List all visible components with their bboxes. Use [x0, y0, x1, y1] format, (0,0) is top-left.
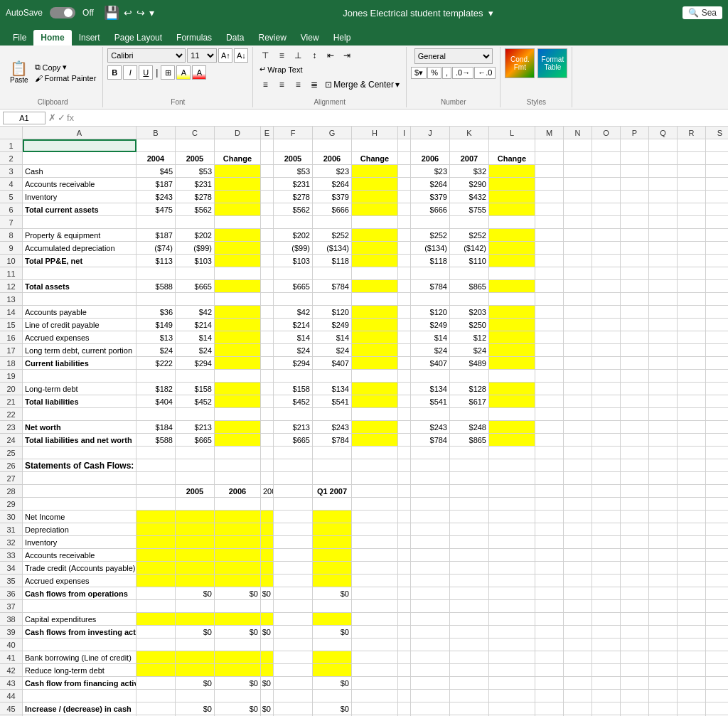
cell-E2[interactable] [261, 152, 274, 165]
cell-K25[interactable] [450, 447, 489, 459]
cell-O20[interactable] [592, 383, 621, 395]
cell-G13[interactable] [313, 293, 352, 306]
cell-G22[interactable] [313, 408, 352, 421]
cell-I25[interactable] [398, 447, 411, 459]
cell-M43[interactable] [535, 677, 564, 690]
cell-S25[interactable] [706, 447, 728, 459]
sheet-area[interactable]: ABCDEFGHIJKLMNOPQRST1220042005Change2005… [0, 127, 728, 716]
cell-J4[interactable]: $264 [411, 178, 450, 191]
cell-N32[interactable] [564, 536, 592, 549]
cell-N6[interactable] [564, 203, 592, 216]
cell-S42[interactable] [706, 664, 728, 677]
cell-S45[interactable] [706, 702, 728, 715]
cell-O31[interactable] [592, 523, 621, 536]
cell-O30[interactable] [592, 511, 621, 523]
cell-H25[interactable] [352, 447, 398, 459]
cell-N37[interactable] [564, 600, 592, 613]
cell-C44[interactable] [176, 690, 215, 702]
cell-M26[interactable] [535, 459, 564, 472]
cell-I11[interactable] [398, 267, 411, 280]
cell-C16[interactable]: $14 [176, 331, 215, 344]
cell-G19[interactable] [313, 370, 352, 383]
text-direction-button[interactable]: ↕ [306, 48, 322, 63]
cell-K20[interactable]: $128 [450, 383, 489, 395]
align-middle-button[interactable]: ≡ [274, 48, 289, 63]
cell-F14[interactable]: $42 [274, 306, 313, 319]
cell-N36[interactable] [564, 587, 592, 600]
cell-H18[interactable] [352, 357, 398, 370]
cell-P16[interactable] [621, 331, 649, 344]
cell-A25[interactable] [23, 447, 136, 459]
cell-F21[interactable]: $452 [274, 395, 313, 408]
percent-button[interactable]: % [427, 67, 441, 79]
cell-C30[interactable] [176, 511, 215, 523]
cell-F38[interactable] [274, 613, 313, 626]
cell-A6[interactable]: Total current assets [23, 203, 136, 216]
cell-S28[interactable] [706, 485, 728, 498]
cell-L45[interactable] [489, 702, 535, 715]
cell-I36[interactable] [398, 587, 411, 600]
cell-H32[interactable] [352, 536, 398, 549]
cell-N3[interactable] [564, 165, 592, 178]
cell-H22[interactable] [352, 408, 398, 421]
cell-O22[interactable] [592, 408, 621, 421]
cell-C42[interactable] [176, 664, 215, 677]
cell-K30[interactable] [450, 511, 489, 523]
cell-D24[interactable] [215, 434, 261, 447]
cell-J44[interactable] [411, 690, 450, 702]
border-button[interactable]: ⊞ [161, 65, 175, 80]
cell-I34[interactable] [398, 562, 411, 575]
cell-J38[interactable] [411, 613, 450, 626]
cell-K26[interactable] [450, 459, 489, 472]
cell-L30[interactable] [489, 511, 535, 523]
cell-H14[interactable] [352, 306, 398, 319]
cell-M36[interactable] [535, 587, 564, 600]
cell-Q16[interactable] [649, 331, 678, 344]
cell-H43[interactable] [352, 677, 398, 690]
cell-C3[interactable]: $53 [176, 165, 215, 178]
cell-L18[interactable] [489, 357, 535, 370]
cell-H17[interactable] [352, 344, 398, 357]
cell-N22[interactable] [564, 408, 592, 421]
cell-G8[interactable]: $252 [313, 229, 352, 242]
cell-B4[interactable]: $187 [136, 178, 176, 191]
cell-D27[interactable] [215, 472, 261, 485]
col-header-M[interactable]: M [535, 127, 564, 139]
cell-Q40[interactable] [649, 638, 678, 651]
cell-L7[interactable] [489, 216, 535, 229]
cell-B15[interactable]: $149 [136, 319, 176, 331]
cell-Q5[interactable] [649, 191, 678, 203]
cell-Q23[interactable] [649, 421, 678, 434]
cell-A23[interactable]: Net worth [23, 421, 136, 434]
cell-M3[interactable] [535, 165, 564, 178]
cell-P33[interactable] [621, 549, 649, 562]
cell-A8[interactable]: Property & equipment [23, 229, 136, 242]
tab-home[interactable]: Home [33, 30, 71, 46]
cell-K36[interactable] [450, 587, 489, 600]
cell-J30[interactable] [411, 511, 450, 523]
cell-H6[interactable] [352, 203, 398, 216]
cell-E34[interactable] [261, 562, 274, 575]
cell-F37[interactable] [274, 600, 313, 613]
cell-N14[interactable] [564, 306, 592, 319]
cell-K13[interactable] [450, 293, 489, 306]
cell-L28[interactable] [489, 485, 535, 498]
cell-S22[interactable] [706, 408, 728, 421]
cell-D2[interactable]: Change [215, 152, 261, 165]
cell-Q35[interactable] [649, 575, 678, 587]
cell-E11[interactable] [261, 267, 274, 280]
cell-A29[interactable] [23, 498, 136, 511]
cell-G45[interactable]: $0 [313, 702, 352, 715]
cell-D35[interactable] [215, 575, 261, 587]
cell-N26[interactable] [564, 459, 592, 472]
cell-K27[interactable] [450, 472, 489, 485]
cell-D3[interactable] [215, 165, 261, 178]
cell-P36[interactable] [621, 587, 649, 600]
cell-B14[interactable]: $36 [136, 306, 176, 319]
cell-B3[interactable]: $45 [136, 165, 176, 178]
cell-I4[interactable] [398, 178, 411, 191]
cell-L14[interactable] [489, 306, 535, 319]
cell-R19[interactable] [678, 370, 706, 383]
cell-G33[interactable] [313, 549, 352, 562]
cell-E41[interactable] [261, 651, 274, 664]
